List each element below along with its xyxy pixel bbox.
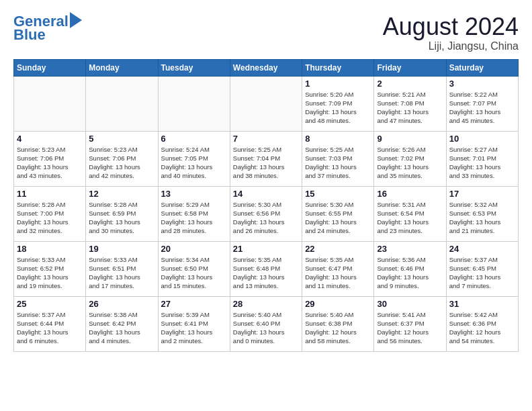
day-cell: 21Sunrise: 5:35 AM Sunset: 6:48 PM Dayli…: [230, 241, 302, 296]
day-cell: 24Sunrise: 5:37 AM Sunset: 6:45 PM Dayli…: [446, 241, 518, 296]
day-header-wednesday: Wednesday: [230, 59, 302, 76]
day-number: 1: [305, 79, 371, 89]
day-cell: 9Sunrise: 5:26 AM Sunset: 7:02 PM Daylig…: [374, 131, 446, 186]
day-info: Sunrise: 5:42 AM Sunset: 6:36 PM Dayligh…: [449, 310, 515, 346]
day-number: 19: [89, 244, 154, 254]
day-info: Sunrise: 5:35 AM Sunset: 6:48 PM Dayligh…: [233, 255, 299, 291]
day-number: 6: [161, 134, 227, 144]
day-number: 2: [377, 79, 443, 89]
day-info: Sunrise: 5:27 AM Sunset: 7:01 PM Dayligh…: [449, 145, 515, 181]
day-number: 7: [233, 134, 299, 144]
day-cell: 11Sunrise: 5:28 AM Sunset: 7:00 PM Dayli…: [14, 186, 86, 241]
day-info: Sunrise: 5:23 AM Sunset: 7:06 PM Dayligh…: [17, 145, 83, 181]
calendar-subtitle: Liji, Jiangsu, China: [383, 40, 519, 52]
day-cell: 8Sunrise: 5:25 AM Sunset: 7:03 PM Daylig…: [302, 131, 374, 186]
day-cell: 30Sunrise: 5:41 AM Sunset: 6:37 PM Dayli…: [374, 296, 446, 351]
calendar-title: August 2024: [383, 13, 519, 40]
day-cell: 22Sunrise: 5:35 AM Sunset: 6:47 PM Dayli…: [302, 241, 374, 296]
day-info: Sunrise: 5:25 AM Sunset: 7:04 PM Dayligh…: [233, 145, 299, 181]
week-row-4: 18Sunrise: 5:33 AM Sunset: 6:52 PM Dayli…: [14, 241, 519, 296]
day-headers-row: SundayMondayTuesdayWednesdayThursdayFrid…: [14, 59, 519, 76]
day-cell: [158, 76, 230, 131]
day-number: 31: [449, 299, 515, 309]
day-info: Sunrise: 5:21 AM Sunset: 7:08 PM Dayligh…: [377, 90, 443, 126]
day-number: 20: [161, 244, 227, 254]
day-number: 25: [17, 299, 83, 309]
day-info: Sunrise: 5:23 AM Sunset: 7:06 PM Dayligh…: [89, 145, 154, 181]
day-info: Sunrise: 5:25 AM Sunset: 7:03 PM Dayligh…: [305, 145, 371, 181]
day-number: 8: [305, 134, 371, 144]
day-number: 9: [377, 134, 443, 144]
day-number: 21: [233, 244, 299, 254]
day-info: Sunrise: 5:36 AM Sunset: 6:46 PM Dayligh…: [377, 255, 443, 291]
day-number: 10: [449, 134, 515, 144]
day-number: 13: [161, 189, 227, 199]
day-number: 27: [161, 299, 227, 309]
week-row-5: 25Sunrise: 5:37 AM Sunset: 6:44 PM Dayli…: [14, 296, 519, 351]
day-number: 15: [305, 189, 371, 199]
day-cell: 3Sunrise: 5:22 AM Sunset: 7:07 PM Daylig…: [446, 76, 518, 131]
day-number: 17: [449, 189, 515, 199]
day-cell: [230, 76, 302, 131]
day-cell: 6Sunrise: 5:24 AM Sunset: 7:05 PM Daylig…: [158, 131, 230, 186]
day-cell: 26Sunrise: 5:38 AM Sunset: 6:42 PM Dayli…: [86, 296, 158, 351]
day-number: 22: [305, 244, 371, 254]
calendar-table: SundayMondayTuesdayWednesdayThursdayFrid…: [13, 59, 519, 352]
day-number: 5: [89, 134, 154, 144]
day-header-saturday: Saturday: [446, 59, 518, 76]
day-cell: [14, 76, 86, 131]
day-cell: 15Sunrise: 5:30 AM Sunset: 6:55 PM Dayli…: [302, 186, 374, 241]
week-row-2: 4Sunrise: 5:23 AM Sunset: 7:06 PM Daylig…: [14, 131, 519, 186]
day-cell: [86, 76, 158, 131]
day-cell: 13Sunrise: 5:29 AM Sunset: 6:58 PM Dayli…: [158, 186, 230, 241]
day-header-sunday: Sunday: [14, 59, 86, 76]
day-info: Sunrise: 5:37 AM Sunset: 6:44 PM Dayligh…: [17, 310, 83, 346]
day-number: 16: [377, 189, 443, 199]
logo: General Blue: [13, 13, 82, 43]
day-info: Sunrise: 5:28 AM Sunset: 7:00 PM Dayligh…: [17, 200, 83, 236]
day-number: 12: [89, 189, 154, 199]
day-cell: 2Sunrise: 5:21 AM Sunset: 7:08 PM Daylig…: [374, 76, 446, 131]
day-info: Sunrise: 5:30 AM Sunset: 6:56 PM Dayligh…: [233, 200, 299, 236]
day-cell: 19Sunrise: 5:33 AM Sunset: 6:51 PM Dayli…: [86, 241, 158, 296]
day-info: Sunrise: 5:29 AM Sunset: 6:58 PM Dayligh…: [161, 200, 227, 236]
day-info: Sunrise: 5:38 AM Sunset: 6:42 PM Dayligh…: [89, 310, 154, 346]
day-number: 4: [17, 134, 83, 144]
day-cell: 29Sunrise: 5:40 AM Sunset: 6:38 PM Dayli…: [302, 296, 374, 351]
day-info: Sunrise: 5:26 AM Sunset: 7:02 PM Dayligh…: [377, 145, 443, 181]
day-info: Sunrise: 5:30 AM Sunset: 6:55 PM Dayligh…: [305, 200, 371, 236]
day-info: Sunrise: 5:37 AM Sunset: 6:45 PM Dayligh…: [449, 255, 515, 291]
day-info: Sunrise: 5:41 AM Sunset: 6:37 PM Dayligh…: [377, 310, 443, 346]
day-info: Sunrise: 5:24 AM Sunset: 7:05 PM Dayligh…: [161, 145, 227, 181]
day-number: 23: [377, 244, 443, 254]
day-info: Sunrise: 5:40 AM Sunset: 6:38 PM Dayligh…: [305, 310, 371, 346]
day-header-monday: Monday: [86, 59, 158, 76]
day-cell: 25Sunrise: 5:37 AM Sunset: 6:44 PM Dayli…: [14, 296, 86, 351]
day-cell: 28Sunrise: 5:40 AM Sunset: 6:40 PM Dayli…: [230, 296, 302, 351]
day-info: Sunrise: 5:35 AM Sunset: 6:47 PM Dayligh…: [305, 255, 371, 291]
day-info: Sunrise: 5:31 AM Sunset: 6:54 PM Dayligh…: [377, 200, 443, 236]
day-cell: 14Sunrise: 5:30 AM Sunset: 6:56 PM Dayli…: [230, 186, 302, 241]
day-info: Sunrise: 5:33 AM Sunset: 6:51 PM Dayligh…: [89, 255, 154, 291]
day-info: Sunrise: 5:34 AM Sunset: 6:50 PM Dayligh…: [161, 255, 227, 291]
day-cell: 31Sunrise: 5:42 AM Sunset: 6:36 PM Dayli…: [446, 296, 518, 351]
header: General Blue August 2024 Liji, Jiangsu, …: [13, 13, 519, 52]
logo-text2: Blue: [13, 27, 46, 43]
day-cell: 5Sunrise: 5:23 AM Sunset: 7:06 PM Daylig…: [86, 131, 158, 186]
day-number: 30: [377, 299, 443, 309]
day-number: 14: [233, 189, 299, 199]
week-row-3: 11Sunrise: 5:28 AM Sunset: 7:00 PM Dayli…: [14, 186, 519, 241]
day-number: 24: [449, 244, 515, 254]
day-number: 11: [17, 189, 83, 199]
week-row-1: 1Sunrise: 5:20 AM Sunset: 7:09 PM Daylig…: [14, 76, 519, 131]
day-info: Sunrise: 5:40 AM Sunset: 6:40 PM Dayligh…: [233, 310, 299, 346]
day-info: Sunrise: 5:20 AM Sunset: 7:09 PM Dayligh…: [305, 90, 371, 126]
day-header-tuesday: Tuesday: [158, 59, 230, 76]
day-info: Sunrise: 5:33 AM Sunset: 6:52 PM Dayligh…: [17, 255, 83, 291]
day-cell: 17Sunrise: 5:32 AM Sunset: 6:53 PM Dayli…: [446, 186, 518, 241]
day-number: 26: [89, 299, 154, 309]
day-cell: 16Sunrise: 5:31 AM Sunset: 6:54 PM Dayli…: [374, 186, 446, 241]
title-block: August 2024 Liji, Jiangsu, China: [383, 13, 519, 52]
day-cell: 1Sunrise: 5:20 AM Sunset: 7:09 PM Daylig…: [302, 76, 374, 131]
day-cell: 20Sunrise: 5:34 AM Sunset: 6:50 PM Dayli…: [158, 241, 230, 296]
